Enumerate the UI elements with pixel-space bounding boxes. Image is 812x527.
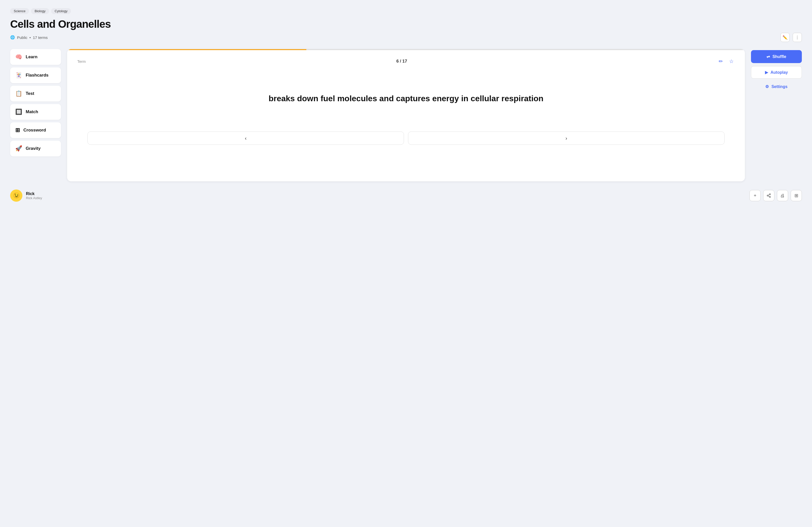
avatar: 😉 (10, 189, 23, 202)
prev-button[interactable]: ‹ (87, 131, 404, 145)
sidebar-label-flashcards: Flashcards (26, 73, 48, 78)
breadcrumb-cytology[interactable]: Cytology (51, 8, 71, 14)
bottom-bar: 😉 Rick Rick Astley + 🖨 ⊞ (10, 189, 802, 202)
flashcard-counter: 6 / 17 (396, 59, 407, 64)
grid-button[interactable]: ⊞ (791, 190, 802, 201)
shuffle-button[interactable]: ⇌ Shuffle (751, 50, 802, 63)
flashcard-label: Term (77, 59, 86, 63)
shuffle-label: Shuffle (772, 54, 786, 59)
shuffle-icon: ⇌ (767, 54, 770, 59)
globe-icon: 🌐 (10, 35, 15, 40)
next-button[interactable]: › (408, 131, 725, 145)
sidebar: 🧠 Learn 🃏 Flashcards 📋 Test 🔲 Match ⊞ Cr… (10, 49, 61, 156)
page-title: Cells and Organelles (10, 18, 802, 30)
visibility-label: Public (17, 35, 27, 40)
sidebar-label-crossword: Crossword (24, 128, 46, 133)
bottom-actions: + 🖨 ⊞ (750, 190, 802, 201)
flashcard-text: breaks down fuel molecules and captures … (269, 93, 543, 104)
right-panel: ⇌ Shuffle ▶ Autoplay ⚙ Settings (751, 49, 802, 91)
sidebar-label-learn: Learn (26, 54, 38, 59)
svg-line-4 (768, 195, 769, 195)
more-button[interactable]: ⋮ (793, 33, 802, 42)
avatar-emoji: 😉 (13, 192, 20, 199)
edit-button[interactable]: ✏️ (781, 33, 789, 42)
user-info: 😉 Rick Rick Astley (10, 189, 42, 202)
flashcard-star-button[interactable]: ☆ (728, 57, 735, 66)
user-handle: Rick Astley (26, 196, 42, 200)
meta-row: 🌐 Public • 17 terms ✏️ ⋮ (10, 33, 802, 42)
sidebar-item-test[interactable]: 📋 Test (10, 86, 61, 101)
meta-left: 🌐 Public • 17 terms (10, 35, 47, 40)
dot-separator: • (29, 35, 31, 40)
sidebar-item-gravity[interactable]: 🚀 Gravity (10, 141, 61, 156)
meta-icons: ✏️ ⋮ (781, 33, 802, 42)
gear-icon: ⚙ (765, 84, 769, 89)
sidebar-label-test: Test (26, 91, 34, 96)
crossword-icon: ⊞ (15, 127, 20, 133)
terms-count: 17 terms (33, 35, 47, 40)
flashcard-edit-button[interactable]: ✏ (718, 57, 724, 66)
flashcard-header: Term 6 / 17 ✏ ☆ (77, 57, 735, 66)
flashcard-area: Term 6 / 17 ✏ ☆ breaks down fuel molecul… (67, 49, 745, 181)
settings-button[interactable]: ⚙ Settings (751, 82, 802, 91)
flashcard-actions: ✏ ☆ (718, 57, 735, 66)
next-icon: › (565, 135, 567, 141)
learn-icon: 🧠 (15, 54, 22, 60)
breadcrumbs: Science Biology Cytology (10, 8, 802, 14)
breadcrumb-biology[interactable]: Biology (31, 8, 49, 14)
flashcard-inner: Term 6 / 17 ✏ ☆ breaks down fuel molecul… (67, 50, 745, 160)
gravity-icon: 🚀 (15, 145, 22, 152)
autoplay-label: Autoplay (771, 70, 788, 75)
flashcard-nav: ‹ › (77, 131, 735, 153)
play-icon: ▶ (765, 70, 768, 75)
settings-label: Settings (771, 84, 787, 89)
autoplay-button[interactable]: ▶ Autoplay (751, 66, 802, 79)
add-button[interactable]: + (750, 190, 760, 201)
sidebar-label-match: Match (26, 109, 38, 114)
flashcards-icon: 🃏 (15, 72, 22, 79)
sidebar-label-gravity: Gravity (26, 146, 41, 151)
user-name: Rick (26, 191, 42, 196)
print-button[interactable]: 🖨 (777, 190, 788, 201)
breadcrumb-science[interactable]: Science (10, 8, 29, 14)
test-icon: 📋 (15, 90, 22, 97)
user-details: Rick Rick Astley (26, 191, 42, 200)
sidebar-item-crossword[interactable]: ⊞ Crossword (10, 122, 61, 138)
sidebar-item-match[interactable]: 🔲 Match (10, 104, 61, 120)
sidebar-item-learn[interactable]: 🧠 Learn (10, 49, 61, 65)
share-button[interactable] (763, 190, 774, 201)
main-layout: 🧠 Learn 🃏 Flashcards 📋 Test 🔲 Match ⊞ Cr… (10, 49, 802, 181)
sidebar-item-flashcards[interactable]: 🃏 Flashcards (10, 67, 61, 83)
prev-icon: ‹ (245, 135, 247, 141)
svg-line-3 (768, 196, 769, 197)
match-icon: 🔲 (15, 109, 22, 115)
flashcard-content[interactable]: breaks down fuel molecules and captures … (77, 66, 735, 131)
